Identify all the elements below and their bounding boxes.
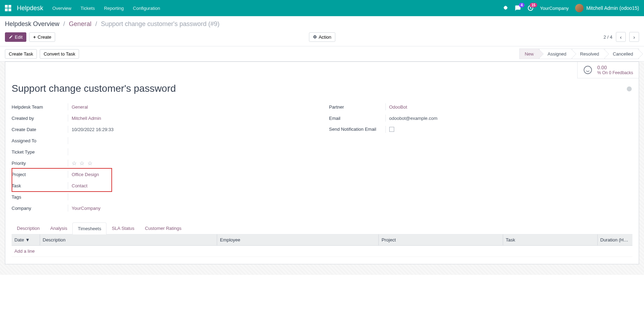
send-notification-checkbox[interactable] xyxy=(389,127,394,132)
tab-analysis[interactable]: Analysis xyxy=(45,222,72,234)
pager-next[interactable]: › xyxy=(629,32,639,42)
th-task[interactable]: Task xyxy=(503,234,597,246)
label-task: Task xyxy=(12,183,68,188)
label-create-date: Create Date xyxy=(12,127,68,132)
label-project: Project xyxy=(12,172,68,177)
gear-icon xyxy=(313,35,317,39)
nav-configuration[interactable]: Configuration xyxy=(133,6,160,11)
value-partner[interactable]: OdooBot xyxy=(385,103,633,110)
breadcrumb-team[interactable]: General xyxy=(69,20,91,27)
th-date[interactable]: Date ▼ xyxy=(12,234,40,246)
priority-stars[interactable]: ☆ ☆ ☆ xyxy=(72,160,93,167)
conversations-icon[interactable]: 4 xyxy=(515,5,521,11)
pager[interactable]: 2 / 4 xyxy=(604,34,612,40)
activities-icon[interactable]: 15 xyxy=(527,5,534,11)
user-name: Mitchell Admin (odoo15) xyxy=(586,5,639,11)
th-project[interactable]: Project xyxy=(379,234,503,246)
timesheets-table: Date ▼ Description Employee Project Task… xyxy=(12,234,632,257)
activities-badge: 15 xyxy=(530,3,537,7)
label-created-by: Created by xyxy=(12,116,68,121)
breadcrumb: Helpdesk Overview / General / Support ch… xyxy=(5,20,639,28)
label-company: Company xyxy=(12,206,68,211)
status-steps: New Assigned Resolved Cancelled xyxy=(519,49,639,59)
action-button[interactable]: Action xyxy=(309,32,335,42)
nav-overview[interactable]: Overview xyxy=(52,6,71,11)
value-email: odoobot@example.com xyxy=(385,115,633,122)
value-company[interactable]: YourCompany xyxy=(68,205,315,212)
breadcrumb-current: Support change customer's password (#9) xyxy=(101,20,220,27)
status-step-assigned[interactable]: Assigned xyxy=(540,49,572,59)
debug-icon[interactable] xyxy=(503,5,508,11)
record-title: Support change customer's password xyxy=(12,83,632,94)
th-employee[interactable]: Employee xyxy=(217,234,378,246)
label-priority: Priority xyxy=(12,161,68,166)
form-sheet: 0.00 % On 0 Feedbacks Support change cus… xyxy=(5,62,639,264)
value-ticket-type xyxy=(68,148,315,155)
tab-description[interactable]: Description xyxy=(12,222,45,234)
convert-to-task-button[interactable]: Convert to Task xyxy=(40,49,79,59)
value-task[interactable]: Contact xyxy=(68,182,315,189)
edit-button[interactable]: Edit xyxy=(5,32,26,42)
value-tags xyxy=(68,193,315,200)
plus-icon: + xyxy=(33,34,36,40)
status-step-resolved[interactable]: Resolved xyxy=(572,49,605,59)
create-button[interactable]: + Create xyxy=(29,32,55,42)
form-column-right: Partner OdooBot Email odoobot@example.co… xyxy=(329,101,633,214)
label-send-notification: Send Notification Email xyxy=(329,127,385,133)
apps-icon[interactable] xyxy=(5,5,11,11)
tabs: Description Analysis Timesheets SLA Stat… xyxy=(12,222,632,234)
sort-desc-icon: ▼ xyxy=(25,237,30,243)
avatar xyxy=(575,4,584,12)
value-helpdesk-team[interactable]: General xyxy=(68,103,315,110)
status-step-cancelled[interactable]: Cancelled xyxy=(605,49,639,59)
app-name[interactable]: Helpdesk xyxy=(17,5,43,12)
label-helpdesk-team: Helpdesk Team xyxy=(12,104,68,110)
label-tags: Tags xyxy=(12,194,68,200)
user-menu[interactable]: Mitchell Admin (odoo15) xyxy=(575,4,639,12)
value-created-by[interactable]: Mitchell Admin xyxy=(68,115,315,122)
pager-prev[interactable]: ‹ xyxy=(616,32,626,42)
breadcrumb-root[interactable]: Helpdesk Overview xyxy=(5,20,59,27)
th-description[interactable]: Description xyxy=(40,234,217,246)
company-switcher[interactable]: YourCompany xyxy=(540,6,569,11)
value-create-date: 10/20/2022 16:29:33 xyxy=(68,126,315,133)
th-duration[interactable]: Duration (H… xyxy=(597,234,632,246)
add-line-button[interactable]: Add a line xyxy=(14,248,35,254)
value-project[interactable]: Office Design xyxy=(68,171,315,178)
nav-reporting[interactable]: Reporting xyxy=(104,6,124,11)
label-partner: Partner xyxy=(329,104,385,110)
tab-timesheets[interactable]: Timesheets xyxy=(72,222,106,234)
label-email: Email xyxy=(329,116,385,121)
label-assigned-to: Assigned To xyxy=(12,138,68,143)
tab-sla-status[interactable]: SLA Status xyxy=(106,222,139,234)
status-step-new[interactable]: New xyxy=(519,49,540,59)
tab-customer-ratings[interactable]: Customer Ratings xyxy=(140,222,187,234)
create-task-button[interactable]: Create Task xyxy=(5,49,37,59)
nav-tickets[interactable]: Tickets xyxy=(80,6,95,11)
label-ticket-type: Ticket Type xyxy=(12,149,68,155)
navbar: Helpdesk Overview Tickets Reporting Conf… xyxy=(0,0,644,16)
form-column-left: Helpdesk Team General Created by Mitchel… xyxy=(12,101,315,214)
value-assigned-to xyxy=(68,137,315,144)
conversations-badge: 4 xyxy=(519,3,525,7)
pencil-icon xyxy=(9,35,13,39)
